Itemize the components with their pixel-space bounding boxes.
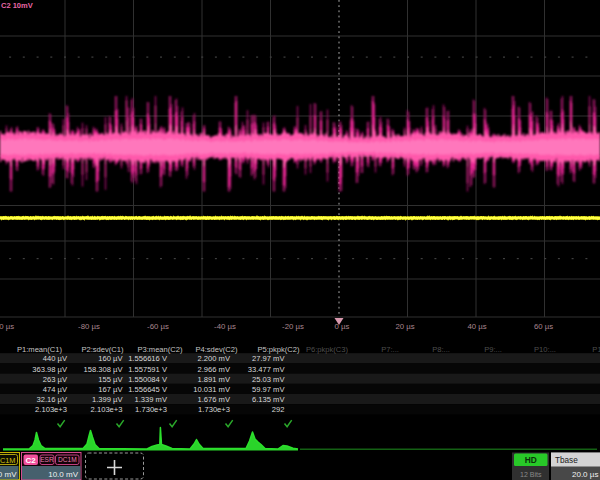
svg-text:1.339 mV: 1.339 mV — [134, 395, 167, 404]
svg-text:2.966 mV: 2.966 mV — [197, 365, 230, 374]
svg-text:32.16 µV: 32.16 µV — [36, 395, 67, 404]
svg-text:363.98 µV: 363.98 µV — [32, 365, 68, 374]
svg-text:P4:sdev(C2): P4:sdev(C2) — [195, 345, 238, 354]
svg-text:-60 µs: -60 µs — [147, 322, 169, 331]
svg-text:160 µV: 160 µV — [98, 354, 123, 363]
svg-text:-100 µs: -100 µs — [0, 322, 14, 331]
svg-text:1.399 µV: 1.399 µV — [92, 395, 123, 404]
svg-text:1.730e+3: 1.730e+3 — [198, 405, 230, 414]
svg-text:C2 10mV: C2 10mV — [1, 1, 33, 10]
svg-text:1.556616 V: 1.556616 V — [128, 354, 168, 363]
svg-text:155 µV: 155 µV — [98, 375, 123, 384]
svg-text:6.135 mV: 6.135 mV — [252, 395, 285, 404]
svg-text:2.200 mV: 2.200 mV — [197, 354, 230, 363]
svg-text:10.0 mV: 10.0 mV — [48, 470, 78, 479]
svg-text:P10:...: P10:... — [534, 345, 556, 354]
svg-text:20.0 µs: 20.0 µs — [572, 470, 598, 479]
svg-text:33.477 mV: 33.477 mV — [248, 365, 286, 374]
svg-text:-80 µs: -80 µs — [78, 322, 100, 331]
svg-text:263 µV: 263 µV — [43, 375, 68, 384]
svg-text:1.730e+3: 1.730e+3 — [135, 405, 167, 414]
svg-text:P5:pkpk(C2): P5:pkpk(C2) — [257, 345, 300, 354]
svg-text:40 µs: 40 µs — [467, 322, 486, 331]
svg-text:1.556645 V: 1.556645 V — [128, 385, 168, 394]
svg-text:1.557591 V: 1.557591 V — [128, 365, 168, 374]
svg-text:Tbase: Tbase — [555, 456, 578, 465]
svg-text:DC1M: DC1M — [58, 456, 77, 463]
svg-text:25.03 mV: 25.03 mV — [252, 375, 285, 384]
svg-text:0 µs: 0 µs — [335, 322, 350, 331]
svg-text:P7:...: P7:... — [381, 345, 399, 354]
svg-text:1.891 mV: 1.891 mV — [197, 375, 230, 384]
svg-text:167 µV: 167 µV — [98, 385, 123, 394]
svg-text:P2:sdev(C1): P2:sdev(C1) — [81, 345, 124, 354]
svg-text:P1: P1 — [592, 345, 600, 354]
svg-text:27.97 mV: 27.97 mV — [252, 354, 285, 363]
svg-text:0 mV: 0 mV — [0, 470, 17, 479]
svg-text:P3:mean(C2): P3:mean(C2) — [137, 345, 183, 354]
svg-text:DC1M: DC1M — [0, 456, 16, 465]
svg-text:59.97 mV: 59.97 mV — [252, 385, 285, 394]
svg-text:HD: HD — [525, 455, 537, 465]
svg-text:474 µV: 474 µV — [43, 385, 68, 394]
svg-text:1.550084 V: 1.550084 V — [128, 375, 168, 384]
svg-text:P8:...: P8:... — [432, 345, 450, 354]
svg-text:P9:...: P9:... — [484, 345, 502, 354]
svg-text:-20 µs: -20 µs — [282, 322, 304, 331]
svg-text:1.676 mV: 1.676 mV — [197, 395, 230, 404]
svg-text:440 µV: 440 µV — [43, 354, 68, 363]
svg-text:158.308 µV: 158.308 µV — [84, 365, 124, 374]
svg-text:20 µs: 20 µs — [395, 322, 414, 331]
svg-text:ESR: ESR — [40, 456, 54, 463]
svg-text:C2: C2 — [26, 456, 37, 465]
svg-text:-40 µs: -40 µs — [214, 322, 236, 331]
svg-text:2.103e+3: 2.103e+3 — [91, 405, 123, 414]
svg-text:292: 292 — [272, 405, 285, 414]
svg-text:10.031 mV: 10.031 mV — [193, 385, 231, 394]
svg-text:P1:mean(C1): P1:mean(C1) — [17, 345, 63, 354]
svg-text:12 Bits: 12 Bits — [520, 471, 542, 478]
svg-text:2.103e+3: 2.103e+3 — [35, 405, 67, 414]
svg-text:60 µs: 60 µs — [534, 322, 553, 331]
svg-text:P6:pkpk(C3): P6:pkpk(C3) — [306, 345, 349, 354]
